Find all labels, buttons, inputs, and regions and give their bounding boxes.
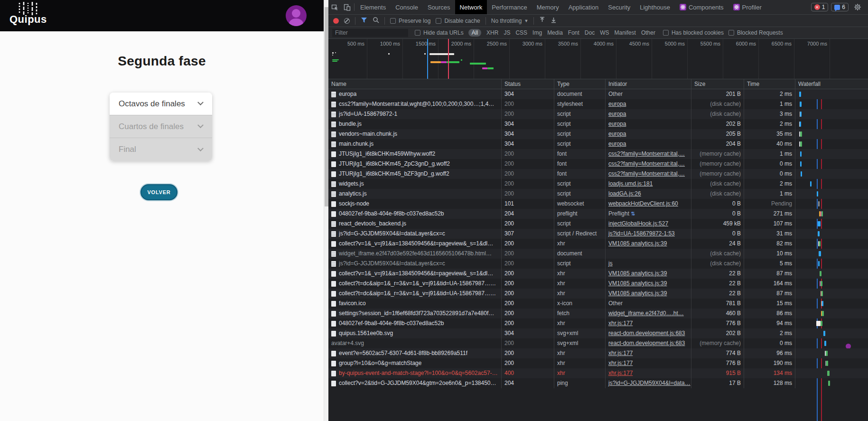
volver-button[interactable]: VOLVER bbox=[140, 184, 177, 200]
filter-chip-doc[interactable]: Doc bbox=[585, 29, 595, 36]
export-har-icon[interactable] bbox=[551, 17, 557, 25]
message-count-badge[interactable]: 6 bbox=[831, 3, 849, 11]
network-request-row[interactable]: react_devtools_backend.js200scriptinject… bbox=[328, 219, 868, 229]
network-request-row[interactable]: 048027ef-9ba8-404e-9f8b-c037ed8ac52b200x… bbox=[328, 318, 868, 328]
tab-performance[interactable]: Performance bbox=[487, 0, 532, 14]
initiator-link[interactable]: react-dom.development.js:683 bbox=[608, 330, 685, 337]
network-request-row[interactable]: css2?family=Montserrat:ital,wght@0,100;0… bbox=[328, 99, 868, 109]
network-request-row[interactable]: vendors~main.chunk.js304scripteuropa205 … bbox=[328, 129, 868, 139]
initiator-link[interactable]: loadjs.umd.js:181 bbox=[608, 180, 653, 187]
filter-chip-js[interactable]: JS bbox=[504, 29, 510, 36]
initiator-link[interactable]: widget_iframe.e2f47d0….ht… bbox=[608, 310, 684, 317]
network-request-row[interactable]: widget_iframe.e2f47d03e592fe463d11656051… bbox=[328, 249, 868, 259]
column-header-initiator[interactable]: Initiator bbox=[605, 79, 691, 89]
tab-elements[interactable]: Elements bbox=[355, 0, 391, 14]
network-request-row[interactable]: sockjs-node101websocketwebpackHotDevClie… bbox=[328, 199, 868, 209]
network-request-row[interactable]: JTURjIg1_i6t8kCHKm45_bZF3gnD_g.woff2200f… bbox=[328, 169, 868, 179]
network-request-row[interactable]: js?id=UA-158679872-1200scripteuropa(disk… bbox=[328, 109, 868, 119]
network-request-row[interactable]: by-quipus-event-and-match-stage?l=100&o=… bbox=[328, 368, 868, 378]
network-request-row[interactable]: group?l=10&o=0&g=matchStage200xhrxhr.js:… bbox=[328, 358, 868, 368]
tab-lighthouse[interactable]: Lighthouse bbox=[635, 0, 675, 14]
network-request-row[interactable]: main.chunk.js304scripteuropa204 B40 ms bbox=[328, 139, 868, 149]
tab-network[interactable]: Network bbox=[455, 0, 487, 14]
filter-chip-css[interactable]: CSS bbox=[515, 29, 527, 36]
initiator-link[interactable]: react-dom.development.js:683 bbox=[608, 340, 685, 346]
network-request-row[interactable]: collect?v=1&_v=j91&a=1384509456&t=pagevi… bbox=[328, 269, 868, 279]
filter-chip-other[interactable]: Other bbox=[641, 29, 655, 36]
search-icon[interactable] bbox=[373, 17, 379, 25]
hide-data-urls-checkbox[interactable] bbox=[415, 30, 420, 36]
scrollbar-thumb[interactable] bbox=[325, 7, 328, 206]
initiator-link[interactable]: css2?family=Montserrat:ital,… bbox=[608, 150, 685, 157]
quipus-logo[interactable]: Quipus bbox=[9, 2, 47, 26]
blocked-requests-checkbox[interactable] bbox=[728, 30, 734, 36]
tab-profiler[interactable]: Profiler bbox=[728, 0, 766, 14]
column-header-name[interactable]: Name bbox=[328, 79, 501, 89]
network-request-row[interactable]: widgets.js200scriptloadjs.umd.js:181(dis… bbox=[328, 179, 868, 189]
network-request-row[interactable]: 048027ef-9ba8-404e-9f8b-c037ed8ac52b204p… bbox=[328, 209, 868, 219]
stage-dropdown-cuartos-de-finales[interactable]: Cuartos de finales bbox=[110, 115, 212, 138]
network-request-row[interactable]: collect?v=2&tid=G-JGJDM59X04&gtm=2oe6n0&… bbox=[328, 378, 868, 388]
network-request-row[interactable]: analytics.js200scriptloadGA.js:26(disk c… bbox=[328, 189, 868, 199]
stage-dropdown-octavos-de-finales[interactable]: Octavos de finales bbox=[110, 93, 212, 115]
initiator-link[interactable]: VM1085 analytics.js:39 bbox=[608, 240, 667, 247]
initiator-link[interactable]: VM1085 analytics.js:39 bbox=[608, 270, 667, 277]
stage-dropdown-final[interactable]: Final bbox=[110, 138, 212, 161]
initiator-link[interactable]: css2?family=Montserrat:ital,… bbox=[608, 170, 685, 177]
disable-cache-checkbox[interactable] bbox=[436, 18, 441, 24]
network-request-row[interactable]: JTURjIg1_i6t8kCHKm45_ZpC3gnD_g.woff2200f… bbox=[328, 159, 868, 169]
initiator-link[interactable]: xhr.js:177 bbox=[608, 360, 633, 366]
device-toolbar-icon[interactable] bbox=[341, 0, 353, 14]
clear-button[interactable] bbox=[344, 18, 350, 24]
initiator-link[interactable]: europa bbox=[608, 140, 626, 147]
initiator-link[interactable]: xhr.js:177 bbox=[608, 370, 633, 376]
network-request-row[interactable]: avatar+4.svg200svg+xmlreact-dom.developm… bbox=[328, 338, 868, 348]
page-scrollbar[interactable] bbox=[324, 0, 328, 421]
initiator-link[interactable]: europa bbox=[608, 131, 626, 137]
initiator-link[interactable]: VM1085 analytics.js:39 bbox=[608, 280, 667, 287]
network-request-row[interactable]: collect?v=1&_v=j91&a=1384509456&t=pagevi… bbox=[328, 239, 868, 249]
initiator-link[interactable]: europa bbox=[608, 121, 626, 127]
initiator-link[interactable]: loadGA.js:26 bbox=[608, 190, 641, 197]
column-header-waterfall[interactable]: Waterfall bbox=[795, 79, 868, 89]
network-overview-timeline[interactable]: 500 ms1000 ms1500 ms2000 ms2500 ms3000 m… bbox=[328, 39, 868, 79]
filter-chip-xhr[interactable]: XHR bbox=[486, 29, 498, 36]
network-request-row[interactable]: favicon.ico200x-iconOther781 B15 ms bbox=[328, 299, 868, 309]
throttling-dropdown[interactable]: No throttling▼ bbox=[491, 18, 529, 24]
network-request-row[interactable]: js?id=G-JGJDM59X04&l=dataLayer&cx=c200sc… bbox=[328, 259, 868, 269]
network-request-row[interactable]: collect?t=dc&aip=1&_r=3&v=1&_v=j91&tid=U… bbox=[328, 279, 868, 289]
tab-security[interactable]: Security bbox=[603, 0, 635, 14]
initiator-link[interactable]: injectGlobalHook.js:527 bbox=[608, 220, 668, 227]
network-request-row[interactable]: collect?t=dc&aip=1&_r=3&v=1&_v=j91&tid=U… bbox=[328, 289, 868, 299]
filter-input[interactable] bbox=[332, 29, 408, 37]
initiator-link[interactable]: europa bbox=[608, 111, 626, 117]
network-request-row[interactable]: event?e=5602ac57-6307-4d61-8f8b-bb89269a… bbox=[328, 348, 868, 358]
network-request-row[interactable]: settings?session_id=1f6ef68fd3f723a70352… bbox=[328, 309, 868, 318]
tab-components[interactable]: Components bbox=[675, 0, 728, 14]
column-header-type[interactable]: Type bbox=[554, 79, 605, 89]
filter-chip-font[interactable]: Font bbox=[568, 29, 579, 36]
column-header-status[interactable]: Status bbox=[501, 79, 554, 89]
filter-chip-all[interactable]: All bbox=[468, 29, 481, 37]
initiator-link[interactable]: js bbox=[608, 260, 613, 267]
initiator-link[interactable]: xhr.js:177 bbox=[608, 350, 633, 356]
tab-sources[interactable]: Sources bbox=[423, 0, 455, 14]
initiator-link[interactable]: VM1085 analytics.js:39 bbox=[608, 290, 667, 297]
network-request-row[interactable]: js?id=G-JGJDM59X04&l=dataLayer&cx=c307sc… bbox=[328, 229, 868, 239]
filter-toggle-icon[interactable] bbox=[361, 17, 367, 25]
inspect-element-icon[interactable] bbox=[328, 0, 341, 14]
network-request-row[interactable]: quipus.1561ee0b.svg304svg+xmlreact-dom.d… bbox=[328, 328, 868, 338]
initiator-link[interactable]: xhr.js:177 bbox=[608, 320, 633, 327]
filter-chip-img[interactable]: Img bbox=[532, 29, 542, 36]
column-header-time[interactable]: Time bbox=[744, 79, 795, 89]
initiator-link[interactable]: js?id=G-JGJDM59X04&l=data… bbox=[608, 380, 691, 386]
tab-application[interactable]: Application bbox=[564, 0, 604, 14]
user-avatar[interactable] bbox=[286, 5, 307, 26]
network-request-row[interactable]: bundle.js304scripteuropa202 B2 ms bbox=[328, 119, 868, 129]
initiator-link[interactable]: europa bbox=[608, 101, 626, 107]
initiator-link[interactable]: js?id=UA-158679872-1:53 bbox=[608, 230, 675, 237]
filter-chip-media[interactable]: Media bbox=[547, 29, 563, 36]
preserve-log-checkbox[interactable] bbox=[390, 18, 396, 24]
import-har-icon[interactable] bbox=[539, 17, 545, 25]
record-button[interactable] bbox=[333, 18, 339, 24]
